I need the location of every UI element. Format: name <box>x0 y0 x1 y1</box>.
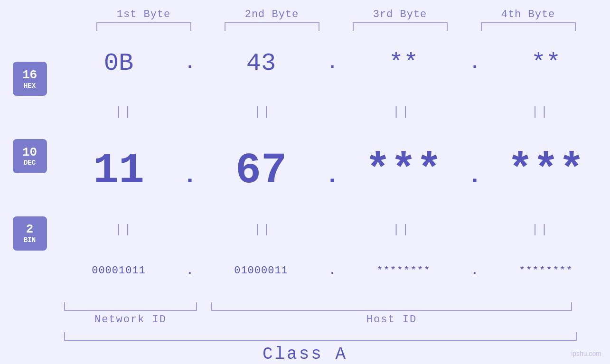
bracket-byte1 <box>96 22 191 31</box>
equals-row-1: || || || || <box>55 105 610 119</box>
equals2-b3: || <box>338 223 466 237</box>
top-brackets <box>80 22 592 31</box>
host-id-label: Host ID <box>211 314 572 326</box>
hex-badge-num: 16 <box>22 68 37 82</box>
equals1-b1: || <box>60 105 188 119</box>
bin-dot2: . <box>325 264 339 277</box>
watermark: ipshu.com <box>571 350 601 357</box>
equals1-b4: || <box>477 105 605 119</box>
bin-byte3: ******** <box>339 265 468 277</box>
class-label-row: Class A <box>0 345 610 364</box>
class-bracket-row <box>64 332 577 341</box>
byte-headers: 1st Byte 2nd Byte 3rd Byte 4th Byte <box>80 9 592 20</box>
values-area: 0B . 43 . ** . ** || || || || 11 . 67 . <box>55 36 610 300</box>
equals2-b2: || <box>199 223 327 237</box>
hex-byte3: ** <box>339 49 468 77</box>
dec-badge-label: DEC <box>24 159 36 167</box>
byte2-header: 2nd Byte <box>220 9 324 20</box>
byte3-header: 3rd Byte <box>348 9 452 20</box>
dec-badge: 10 DEC <box>13 139 47 173</box>
dec-badge-num: 10 <box>22 146 37 159</box>
dec-byte1: 11 <box>55 147 183 195</box>
page-container: 1st Byte 2nd Byte 3rd Byte 4th Byte 16 H… <box>0 0 610 364</box>
bracket-byte3 <box>353 22 448 31</box>
bracket-host <box>211 302 572 311</box>
bin-row: 00001011 . 01000011 . ******** . *******… <box>55 264 610 277</box>
network-id-label: Network ID <box>64 314 197 326</box>
bracket-byte2 <box>225 22 319 31</box>
hex-dot2: . <box>325 54 339 73</box>
dec-byte4: *** <box>482 147 610 195</box>
bottom-brackets <box>64 302 577 311</box>
bin-byte2: 01000011 <box>197 265 325 277</box>
bin-dot1: . <box>183 264 197 277</box>
hex-dot1: . <box>183 54 197 73</box>
dec-dot3: . <box>468 162 482 189</box>
bin-dot3: . <box>468 264 482 277</box>
id-labels: Network ID Host ID <box>64 314 577 326</box>
badges-column: 16 HEX 10 DEC 2 BIN <box>0 36 55 300</box>
hex-dot3: . <box>468 54 482 73</box>
hex-badge-label: HEX <box>24 82 36 90</box>
dec-dot2: . <box>325 162 339 189</box>
dec-row: 11 . 67 . *** . *** <box>55 147 610 195</box>
hex-badge: 16 HEX <box>13 62 47 96</box>
main-grid: 16 HEX 10 DEC 2 BIN 0B . 43 . ** . ** <box>0 36 610 300</box>
bin-badge-label: BIN <box>24 236 36 244</box>
dec-byte3: *** <box>339 147 468 195</box>
bin-badge-num: 2 <box>26 223 34 236</box>
bin-byte4: ******** <box>482 265 610 277</box>
class-label: Class A <box>263 345 347 364</box>
dec-byte2: 67 <box>197 147 325 195</box>
equals2-b1: || <box>60 223 188 237</box>
equals1-b2: || <box>199 105 327 119</box>
hex-row: 0B . 43 . ** . ** <box>55 49 610 77</box>
equals-row-2: || || || || <box>55 223 610 237</box>
bracket-class <box>64 332 577 341</box>
bottom-section: Network ID Host ID Class A <box>0 302 610 364</box>
byte4-header: 4th Byte <box>476 9 581 20</box>
bracket-network <box>64 302 197 311</box>
byte1-header: 1st Byte <box>92 9 196 20</box>
dec-dot1: . <box>183 162 197 189</box>
equals1-b3: || <box>338 105 466 119</box>
hex-byte4: ** <box>482 49 610 77</box>
bin-byte1: 00001011 <box>55 265 183 277</box>
equals2-b4: || <box>477 223 605 237</box>
bracket-byte4 <box>481 22 576 31</box>
hex-byte1: 0B <box>55 49 183 77</box>
bin-badge: 2 BIN <box>13 216 47 251</box>
hex-byte2: 43 <box>197 49 325 77</box>
